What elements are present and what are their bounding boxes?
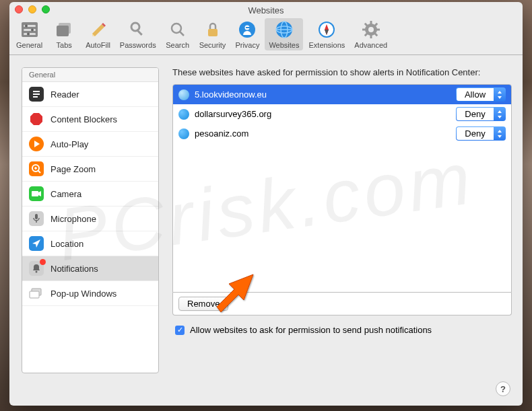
svg-line-15	[180, 32, 184, 36]
toolbar-tabs[interactable]: Tabs	[48, 18, 80, 50]
location-icon	[29, 236, 44, 251]
sidebar-item-label: Auto-Play	[51, 139, 88, 149]
privacy-icon	[237, 20, 257, 40]
sidebar-item-label: Page Zoom	[51, 164, 96, 174]
svg-marker-58	[498, 116, 502, 118]
toolbar-security[interactable]: Security	[195, 18, 230, 50]
minimize-button[interactable]	[28, 5, 36, 13]
svg-rect-38	[33, 91, 40, 92]
sidebar-item-location[interactable]: Location	[22, 231, 158, 256]
permission-select[interactable]: Deny	[456, 126, 506, 141]
toolbar-extensions[interactable]: Extensions	[304, 18, 349, 50]
toolbar-advanced[interactable]: Advanced	[350, 18, 391, 50]
notification-badge	[40, 259, 46, 265]
zoom-icon	[29, 161, 44, 176]
sidebar-item-content-blockers[interactable]: Content Blockers	[22, 107, 158, 132]
svg-point-5	[31, 29, 34, 32]
lock-icon	[203, 20, 223, 40]
sidebar-item-page-zoom[interactable]: Page Zoom	[22, 157, 158, 182]
sidebar-item-label: Reader	[51, 89, 79, 100]
site-row[interactable]: pesoaniz.com Deny	[173, 124, 511, 143]
svg-marker-56	[498, 96, 502, 99]
svg-line-44	[38, 170, 40, 173]
zoom-button[interactable]	[42, 5, 50, 13]
sidebar-item-microphone[interactable]: Microphone	[22, 207, 158, 231]
toolbar-search[interactable]: Search	[162, 18, 194, 50]
sidebar-header: General	[22, 68, 158, 82]
svg-rect-30	[370, 21, 372, 24]
camera-icon	[29, 186, 44, 201]
svg-rect-2	[24, 29, 36, 31]
toolbar-passwords[interactable]: Passwords	[116, 18, 160, 50]
site-globe-icon	[178, 89, 189, 100]
sidebar-item-label: Content Blockers	[51, 114, 117, 124]
sidebar-item-popup-windows[interactable]: Pop-up Windows	[22, 281, 158, 306]
sidebar-item-label: Camera	[51, 189, 81, 199]
svg-rect-39	[33, 94, 40, 95]
svg-point-29	[368, 27, 374, 32]
help-button[interactable]: ?	[496, 381, 510, 396]
svg-point-4	[25, 25, 28, 28]
svg-rect-31	[370, 35, 372, 38]
search-icon	[168, 20, 188, 40]
sidebar-item-label: Microphone	[51, 214, 96, 224]
svg-marker-60	[498, 135, 502, 138]
toolbar: General Tabs AutoFill Passwords Search	[9, 17, 523, 55]
site-globe-icon	[178, 109, 189, 120]
compass-icon	[317, 20, 337, 40]
sidebar-item-auto-play[interactable]: Auto-Play	[22, 132, 158, 157]
toolbar-autofill[interactable]: AutoFill	[81, 18, 114, 50]
site-name: pesoaniz.com	[195, 128, 451, 139]
titlebar: Websites	[9, 2, 523, 17]
site-name: 5.lookvideonow.eu	[195, 89, 451, 100]
gear-switches-icon	[20, 20, 40, 40]
tabs-icon	[54, 20, 74, 40]
permission-select[interactable]: Allow	[456, 87, 506, 102]
reader-icon	[29, 87, 44, 102]
window-title: Websites	[15, 3, 517, 15]
sidebar-item-label: Notifications	[51, 264, 98, 274]
site-row[interactable]: dollarsurvey365.org Deny	[173, 104, 511, 124]
svg-marker-57	[498, 110, 502, 113]
svg-rect-19	[246, 27, 253, 28]
toolbar-general[interactable]: General	[12, 18, 46, 50]
pencil-icon	[88, 20, 108, 40]
panel-description: These websites have asked for permission…	[172, 67, 512, 77]
svg-marker-51	[32, 239, 40, 248]
gear-icon	[361, 20, 381, 40]
windows-icon	[29, 286, 44, 301]
checkbox-checked-icon[interactable]: ✓	[175, 326, 185, 335]
allow-permission-row[interactable]: ✓ Allow websites to ask for permission t…	[172, 315, 512, 344]
chevron-up-down-icon	[494, 129, 506, 139]
svg-rect-16	[208, 29, 218, 36]
traffic-lights	[15, 5, 50, 13]
checkbox-label: Allow websites to ask for permission to …	[190, 325, 432, 335]
toolbar-privacy[interactable]: Privacy	[231, 18, 263, 50]
svg-marker-55	[498, 91, 502, 94]
stop-icon	[29, 112, 44, 126]
site-list: 5.lookvideonow.eu Allow dollarsurvey365.…	[172, 84, 512, 293]
sidebar-item-notifications[interactable]: Notifications	[22, 256, 158, 281]
remove-button[interactable]: Remove	[178, 297, 228, 311]
sidebar-item-reader[interactable]: Reader	[22, 82, 158, 107]
svg-marker-41	[30, 113, 42, 125]
key-icon	[128, 20, 148, 40]
preferences-window: Websites General Tabs AutoFill Passwords	[9, 2, 523, 406]
site-name: dollarsurvey365.org	[195, 109, 451, 119]
chevron-up-down-icon	[494, 90, 506, 100]
sidebar-item-label: Location	[51, 239, 84, 249]
sidebar-item-camera[interactable]: Camera	[22, 182, 158, 207]
toolbar-websites[interactable]: Websites	[265, 18, 303, 50]
globe-icon	[274, 20, 294, 40]
svg-marker-48	[38, 191, 41, 196]
site-row[interactable]: 5.lookvideonow.eu Allow	[173, 85, 511, 104]
svg-point-14	[172, 24, 181, 33]
microphone-icon	[29, 211, 44, 226]
site-globe-icon	[178, 128, 189, 139]
svg-point-52	[36, 271, 38, 273]
close-button[interactable]	[15, 5, 23, 13]
main-panel: These websites have asked for permission…	[172, 67, 512, 386]
svg-rect-8	[57, 26, 69, 36]
permission-select[interactable]: Deny	[456, 107, 506, 121]
play-icon	[29, 137, 44, 151]
